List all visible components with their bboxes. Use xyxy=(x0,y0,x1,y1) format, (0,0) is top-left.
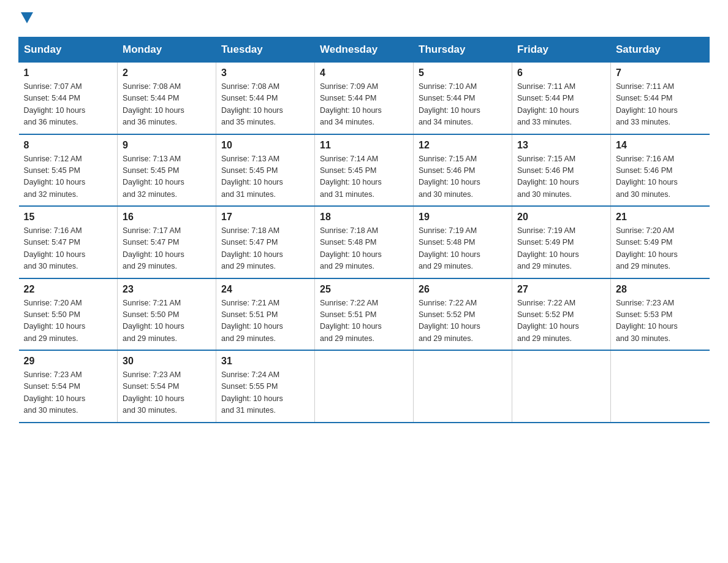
day-info: Sunrise: 7:22 AMSunset: 5:51 PMDaylight:… xyxy=(320,299,382,343)
day-number: 20 xyxy=(517,212,605,223)
day-number: 26 xyxy=(419,284,507,295)
day-number: 13 xyxy=(517,140,605,151)
day-info: Sunrise: 7:19 AMSunset: 5:48 PMDaylight:… xyxy=(419,226,480,270)
day-number: 29 xyxy=(24,356,113,367)
calendar-cell: 7 Sunrise: 7:11 AMSunset: 5:44 PMDayligh… xyxy=(611,63,710,134)
calendar-cell: 8 Sunrise: 7:12 AMSunset: 5:45 PMDayligh… xyxy=(19,134,118,207)
calendar-cell xyxy=(315,350,414,423)
day-info: Sunrise: 7:08 AMSunset: 5:44 PMDaylight:… xyxy=(123,82,184,126)
day-number: 31 xyxy=(221,356,309,367)
calendar-cell: 16 Sunrise: 7:17 AMSunset: 5:47 PMDaylig… xyxy=(118,206,216,278)
day-number: 10 xyxy=(221,140,309,151)
day-info: Sunrise: 7:16 AMSunset: 5:46 PMDaylight:… xyxy=(616,155,678,199)
day-number: 15 xyxy=(24,212,113,223)
day-number: 21 xyxy=(616,212,705,223)
day-number: 17 xyxy=(221,212,309,223)
logo-blue-text xyxy=(18,12,33,25)
calendar-cell: 17 Sunrise: 7:18 AMSunset: 5:47 PMDaylig… xyxy=(216,206,315,278)
calendar-cell: 2 Sunrise: 7:08 AMSunset: 5:44 PMDayligh… xyxy=(118,63,216,134)
header-monday: Monday xyxy=(118,37,216,63)
day-number: 1 xyxy=(24,67,113,79)
day-info: Sunrise: 7:18 AMSunset: 5:47 PMDaylight:… xyxy=(221,226,283,270)
calendar-cell: 9 Sunrise: 7:13 AMSunset: 5:45 PMDayligh… xyxy=(118,134,216,207)
header-friday: Friday xyxy=(512,37,611,63)
day-info: Sunrise: 7:21 AMSunset: 5:50 PMDaylight:… xyxy=(123,299,184,343)
day-info: Sunrise: 7:18 AMSunset: 5:48 PMDaylight:… xyxy=(320,226,382,270)
calendar-cell: 21 Sunrise: 7:20 AMSunset: 5:49 PMDaylig… xyxy=(611,206,710,278)
day-number: 11 xyxy=(320,140,408,151)
day-info: Sunrise: 7:23 AMSunset: 5:53 PMDaylight:… xyxy=(616,299,678,343)
week-row-3: 15 Sunrise: 7:16 AMSunset: 5:47 PMDaylig… xyxy=(19,206,710,278)
calendar-table: SundayMondayTuesdayWednesdayThursdayFrid… xyxy=(18,37,710,423)
page-header xyxy=(18,12,710,25)
day-number: 30 xyxy=(123,356,211,367)
calendar-cell: 26 Sunrise: 7:22 AMSunset: 5:52 PMDaylig… xyxy=(414,278,512,351)
day-info: Sunrise: 7:13 AMSunset: 5:45 PMDaylight:… xyxy=(221,155,283,199)
day-info: Sunrise: 7:23 AMSunset: 5:54 PMDaylight:… xyxy=(24,370,86,415)
calendar-cell: 31 Sunrise: 7:24 AMSunset: 5:55 PMDaylig… xyxy=(216,350,315,423)
calendar-cell: 30 Sunrise: 7:23 AMSunset: 5:54 PMDaylig… xyxy=(118,350,216,423)
calendar-cell: 14 Sunrise: 7:16 AMSunset: 5:46 PMDaylig… xyxy=(611,134,710,207)
day-number: 19 xyxy=(419,212,507,223)
week-row-4: 22 Sunrise: 7:20 AMSunset: 5:50 PMDaylig… xyxy=(19,278,710,351)
day-info: Sunrise: 7:20 AMSunset: 5:50 PMDaylight:… xyxy=(24,299,86,343)
day-number: 23 xyxy=(123,284,211,295)
day-info: Sunrise: 7:22 AMSunset: 5:52 PMDaylight:… xyxy=(517,299,579,343)
calendar-cell: 20 Sunrise: 7:19 AMSunset: 5:49 PMDaylig… xyxy=(512,206,611,278)
day-info: Sunrise: 7:20 AMSunset: 5:49 PMDaylight:… xyxy=(616,226,678,270)
day-info: Sunrise: 7:17 AMSunset: 5:47 PMDaylight:… xyxy=(123,226,184,270)
day-number: 2 xyxy=(123,67,211,79)
day-info: Sunrise: 7:11 AMSunset: 5:44 PMDaylight:… xyxy=(517,82,579,126)
calendar-cell xyxy=(414,350,512,423)
day-info: Sunrise: 7:16 AMSunset: 5:47 PMDaylight:… xyxy=(24,226,86,270)
day-info: Sunrise: 7:24 AMSunset: 5:55 PMDaylight:… xyxy=(221,370,283,415)
calendar-cell: 5 Sunrise: 7:10 AMSunset: 5:44 PMDayligh… xyxy=(414,63,512,134)
day-number: 3 xyxy=(221,67,309,79)
header-thursday: Thursday xyxy=(414,37,512,63)
week-row-2: 8 Sunrise: 7:12 AMSunset: 5:45 PMDayligh… xyxy=(19,134,710,207)
day-info: Sunrise: 7:12 AMSunset: 5:45 PMDaylight:… xyxy=(24,155,86,199)
day-info: Sunrise: 7:08 AMSunset: 5:44 PMDaylight:… xyxy=(221,82,283,126)
calendar-cell: 13 Sunrise: 7:15 AMSunset: 5:46 PMDaylig… xyxy=(512,134,611,207)
calendar-cell: 27 Sunrise: 7:22 AMSunset: 5:52 PMDaylig… xyxy=(512,278,611,351)
header-sunday: Sunday xyxy=(19,37,118,63)
day-info: Sunrise: 7:15 AMSunset: 5:46 PMDaylight:… xyxy=(419,155,480,199)
calendar-cell: 6 Sunrise: 7:11 AMSunset: 5:44 PMDayligh… xyxy=(512,63,611,134)
day-number: 27 xyxy=(517,284,605,295)
day-number: 24 xyxy=(221,284,309,295)
day-info: Sunrise: 7:13 AMSunset: 5:45 PMDaylight:… xyxy=(123,155,184,199)
day-info: Sunrise: 7:14 AMSunset: 5:45 PMDaylight:… xyxy=(320,155,382,199)
day-number: 12 xyxy=(419,140,507,151)
day-info: Sunrise: 7:21 AMSunset: 5:51 PMDaylight:… xyxy=(221,299,283,343)
day-info: Sunrise: 7:22 AMSunset: 5:52 PMDaylight:… xyxy=(419,299,480,343)
calendar-cell: 19 Sunrise: 7:19 AMSunset: 5:48 PMDaylig… xyxy=(414,206,512,278)
day-number: 5 xyxy=(419,67,507,79)
calendar-cell: 10 Sunrise: 7:13 AMSunset: 5:45 PMDaylig… xyxy=(216,134,315,207)
day-number: 22 xyxy=(24,284,113,295)
header-row: SundayMondayTuesdayWednesdayThursdayFrid… xyxy=(19,37,710,63)
day-number: 18 xyxy=(320,212,408,223)
day-info: Sunrise: 7:15 AMSunset: 5:46 PMDaylight:… xyxy=(517,155,579,199)
calendar-cell: 24 Sunrise: 7:21 AMSunset: 5:51 PMDaylig… xyxy=(216,278,315,351)
calendar-cell: 1 Sunrise: 7:07 AMSunset: 5:44 PMDayligh… xyxy=(19,63,118,134)
calendar-cell: 23 Sunrise: 7:21 AMSunset: 5:50 PMDaylig… xyxy=(118,278,216,351)
day-info: Sunrise: 7:11 AMSunset: 5:44 PMDaylight:… xyxy=(616,82,678,126)
week-row-1: 1 Sunrise: 7:07 AMSunset: 5:44 PMDayligh… xyxy=(19,63,710,134)
day-number: 16 xyxy=(123,212,211,223)
calendar-header: SundayMondayTuesdayWednesdayThursdayFrid… xyxy=(19,37,710,63)
calendar-cell: 18 Sunrise: 7:18 AMSunset: 5:48 PMDaylig… xyxy=(315,206,414,278)
calendar-cell: 3 Sunrise: 7:08 AMSunset: 5:44 PMDayligh… xyxy=(216,63,315,134)
calendar-body: 1 Sunrise: 7:07 AMSunset: 5:44 PMDayligh… xyxy=(19,63,710,423)
day-info: Sunrise: 7:19 AMSunset: 5:49 PMDaylight:… xyxy=(517,226,579,270)
day-number: 28 xyxy=(616,284,705,295)
day-number: 14 xyxy=(616,140,705,151)
day-number: 9 xyxy=(123,140,211,151)
calendar-cell: 11 Sunrise: 7:14 AMSunset: 5:45 PMDaylig… xyxy=(315,134,414,207)
calendar-cell xyxy=(512,350,611,423)
calendar-cell xyxy=(611,350,710,423)
calendar-cell: 28 Sunrise: 7:23 AMSunset: 5:53 PMDaylig… xyxy=(611,278,710,351)
day-number: 4 xyxy=(320,67,408,79)
calendar-cell: 22 Sunrise: 7:20 AMSunset: 5:50 PMDaylig… xyxy=(19,278,118,351)
calendar-cell: 29 Sunrise: 7:23 AMSunset: 5:54 PMDaylig… xyxy=(19,350,118,423)
day-number: 8 xyxy=(24,140,113,151)
